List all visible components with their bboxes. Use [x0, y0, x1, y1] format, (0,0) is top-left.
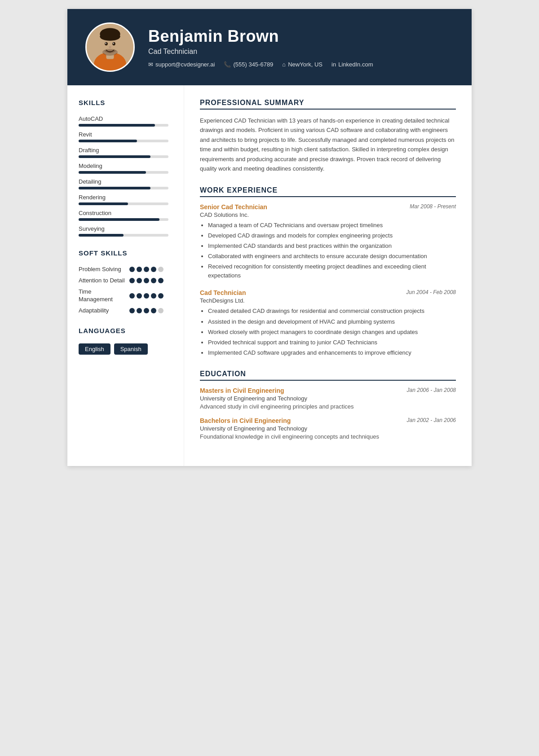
skill-name: Drafting: [79, 147, 172, 154]
dot: [144, 308, 149, 313]
dot: [144, 278, 149, 283]
soft-skill-name: Adaptability: [79, 307, 126, 315]
edu-item: Bachelors in Civil Engineering Jan 2002 …: [200, 417, 456, 440]
job-title: Cad Technician: [200, 289, 246, 296]
skill-name: Detailing: [79, 178, 172, 185]
jobs-list: Senior Cad Technician Mar 2008 - Present…: [200, 203, 456, 358]
skill-bar: [79, 234, 168, 237]
resume-container: Benjamin Brown Cad Technician ✉ support@…: [67, 9, 472, 466]
skill-name: Modeling: [79, 163, 172, 169]
edu-school: University of Engineering and Technology: [200, 395, 456, 402]
skill-name: Revit: [79, 131, 172, 138]
candidate-name: Benjamin Brown: [148, 27, 454, 46]
skills-list: AutoCAD Revit Drafting Modeling Detailin…: [79, 115, 172, 237]
svg-point-9: [113, 43, 114, 44]
sidebar: SKILLS AutoCAD Revit Drafting Modeling D…: [67, 85, 184, 466]
soft-skill-row: Problem Solving: [79, 266, 172, 273]
skill-fill: [79, 124, 155, 127]
skill-fill: [79, 234, 124, 237]
job-company: TechDesigns Ltd.: [200, 297, 456, 304]
header-contacts: ✉ support@cvdesigner.ai 📞 (555) 345-6789…: [148, 61, 454, 68]
soft-skill-name: Problem Solving: [79, 266, 126, 273]
svg-point-8: [105, 43, 106, 44]
skill-item: Revit: [79, 131, 172, 142]
skill-bar: [79, 155, 168, 158]
edu-degree: Masters in Civil Engineering: [200, 387, 284, 394]
dot: [151, 267, 156, 272]
skill-bar: [79, 124, 168, 127]
skill-item: Drafting: [79, 147, 172, 158]
skill-fill: [79, 218, 159, 221]
summary-section: PROFESSIONAL SUMMARY Experienced CAD Tec…: [200, 99, 456, 174]
body-section: SKILLS AutoCAD Revit Drafting Modeling D…: [67, 85, 472, 466]
linkedin-contact: in LinkedIn.com: [331, 61, 373, 68]
edu-degree: Bachelors in Civil Engineering: [200, 417, 291, 424]
skills-section: SKILLS AutoCAD Revit Drafting Modeling D…: [79, 99, 172, 237]
dot: [158, 308, 163, 313]
header-info: Benjamin Brown Cad Technician ✉ support@…: [148, 27, 454, 68]
dots-container: [129, 278, 163, 283]
job-header: Cad Technician Jun 2004 - Feb 2008: [200, 289, 456, 296]
location-contact: ⌂ NewYork, US: [282, 61, 323, 68]
edu-list: Masters in Civil Engineering Jan 2006 - …: [200, 387, 456, 440]
skill-bar: [79, 218, 168, 221]
skill-item: Modeling: [79, 163, 172, 174]
experience-section: WORK EXPERIENCE Senior Cad Technician Ma…: [200, 186, 456, 358]
language-tags: EnglishSpanish: [79, 343, 172, 355]
linkedin-icon: in: [331, 61, 336, 68]
job-company: CAD Solutions Inc.: [200, 211, 456, 218]
languages-section: LANGUAGES EnglishSpanish: [79, 327, 172, 355]
soft-skill-row: Attention to Detail: [79, 277, 172, 285]
list-item: Assisted in the design and development o…: [208, 317, 456, 326]
skill-name: Rendering: [79, 194, 172, 201]
header-section: Benjamin Brown Cad Technician ✉ support@…: [67, 9, 472, 85]
dot: [137, 293, 142, 299]
dot: [158, 293, 163, 299]
experience-title: WORK EXPERIENCE: [200, 186, 456, 197]
dot: [137, 308, 142, 313]
edu-desc: Foundational knowledge in civil engineer…: [200, 433, 456, 440]
list-item: Implemented CAD standards and best pract…: [208, 242, 456, 251]
language-tag: Spanish: [114, 343, 148, 355]
skill-name: Surveying: [79, 225, 172, 232]
dot: [158, 267, 163, 272]
skill-bar: [79, 202, 168, 205]
summary-text: Experienced CAD Technician with 13 years…: [200, 116, 456, 174]
job-header: Senior Cad Technician Mar 2008 - Present: [200, 203, 456, 211]
phone-icon: 📞: [224, 61, 231, 68]
education-section: EDUCATION Masters in Civil Engineering J…: [200, 370, 456, 440]
dot: [129, 278, 135, 283]
dot: [151, 293, 156, 299]
education-title: EDUCATION: [200, 370, 456, 381]
job-dates: Jun 2004 - Feb 2008: [406, 289, 456, 295]
summary-title: PROFESSIONAL SUMMARY: [200, 99, 456, 110]
skill-fill: [79, 171, 146, 174]
edu-dates: Jan 2002 - Jan 2006: [407, 417, 456, 423]
list-item: Created detailed CAD drawings for reside…: [208, 307, 456, 316]
dots-container: [129, 308, 163, 313]
list-item: Received recognition for consistently me…: [208, 262, 456, 280]
dot: [137, 278, 142, 283]
skill-name: Construction: [79, 210, 172, 216]
dot: [151, 308, 156, 313]
skill-bar: [79, 171, 168, 174]
dot: [137, 267, 142, 272]
soft-skill-name: Attention to Detail: [79, 277, 126, 285]
job-bullets: Managed a team of CAD Technicians and ov…: [200, 221, 456, 281]
dot: [151, 278, 156, 283]
dot: [158, 278, 163, 283]
skill-item: Construction: [79, 210, 172, 221]
soft-skill-row: Adaptability: [79, 307, 172, 315]
edu-header: Bachelors in Civil Engineering Jan 2002 …: [200, 417, 456, 424]
email-icon: ✉: [148, 61, 153, 68]
skill-fill: [79, 187, 150, 189]
skill-item: AutoCAD: [79, 115, 172, 127]
dots-container: [129, 293, 163, 299]
location-icon: ⌂: [282, 61, 286, 68]
skill-fill: [79, 140, 137, 142]
svg-point-5: [100, 32, 120, 41]
job-title: Senior Cad Technician: [200, 203, 267, 211]
job-dates: Mar 2008 - Present: [410, 203, 456, 210]
list-item: Provided technical support and training …: [208, 338, 456, 347]
list-item: Developed CAD drawings and models for co…: [208, 231, 456, 240]
